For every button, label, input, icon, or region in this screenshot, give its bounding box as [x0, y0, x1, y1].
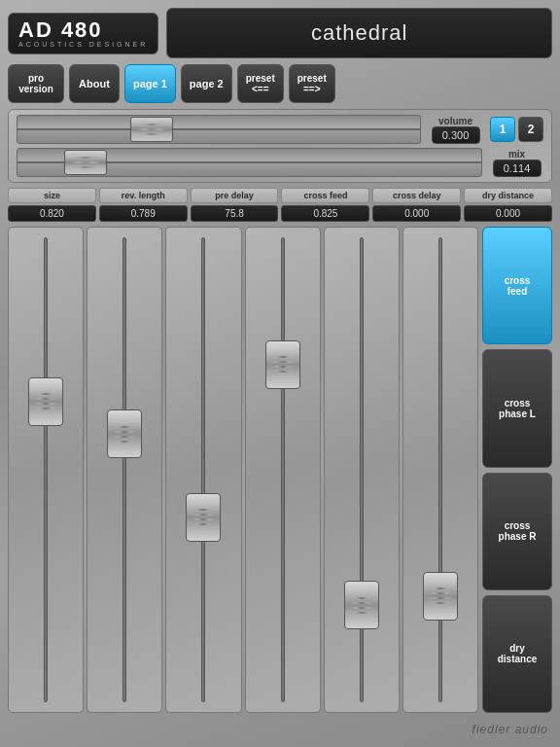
- param-size-label: size: [8, 188, 96, 203]
- fader-dry-distance[interactable]: [402, 227, 478, 713]
- volume-row: volume 0.300 1 2: [17, 115, 543, 144]
- input1-button[interactable]: 1: [490, 117, 515, 142]
- param-pre-delay: pre delay 75.8: [191, 188, 279, 222]
- preset-display: cathedral: [166, 8, 552, 58]
- param-rev-length-value: 0.789: [99, 205, 188, 222]
- param-cross-feed-label: cross feed: [281, 188, 369, 203]
- param-cross-delay-value: 0.000: [372, 205, 461, 222]
- fader-cross-feed-thumb[interactable]: [265, 340, 300, 389]
- mix-row: mix 0.114: [17, 148, 543, 177]
- fader-size-track: [44, 237, 48, 702]
- right-buttons: crossfeed crossphase L crossphase R dryd…: [482, 227, 552, 713]
- param-size-value: 0.820: [8, 205, 96, 222]
- mix-label: mix: [508, 149, 525, 160]
- header: AD 480 ACOUSTICS DESIGNER cathedral: [8, 8, 552, 58]
- fader-size-thumb[interactable]: [28, 377, 63, 426]
- page2-button[interactable]: page 2: [181, 64, 232, 103]
- nav-bar: proversion About page 1 page 2 preset<==…: [8, 63, 552, 104]
- fader-rev-length-track: [122, 237, 126, 702]
- param-pre-delay-label: pre delay: [191, 188, 279, 203]
- app-logo: AD 480 ACOUSTICS DESIGNER: [8, 13, 158, 54]
- param-cross-delay-label: cross delay: [372, 188, 461, 203]
- volume-value: 0.300: [432, 126, 480, 144]
- params-row: size 0.820 rev. length 0.789 pre delay 7…: [8, 188, 552, 222]
- mix-slider[interactable]: [17, 148, 482, 177]
- page1-button[interactable]: page 1: [124, 64, 176, 103]
- cross-feed-button[interactable]: crossfeed: [482, 227, 552, 344]
- param-dry-distance-label: dry distance: [464, 188, 552, 203]
- fader-cross-delay-thumb[interactable]: [344, 581, 379, 629]
- logo-title: AD 480: [18, 19, 103, 41]
- preset-next-button[interactable]: preset==>: [289, 64, 335, 103]
- inputs-group: 1 2: [490, 117, 543, 142]
- mix-value: 0.114: [493, 160, 542, 177]
- footer-text: fiedler audio: [472, 723, 548, 736]
- fader-rev-length[interactable]: [87, 227, 162, 713]
- preset-name: cathedral: [311, 20, 408, 46]
- mix-label-group: mix 0.114: [490, 149, 543, 177]
- param-dry-distance: dry distance 0.000: [464, 188, 552, 222]
- fader-pre-delay-thumb[interactable]: [186, 493, 221, 542]
- faders-main: [8, 227, 478, 713]
- fader-cross-delay-track: [360, 237, 364, 702]
- param-dry-distance-value: 0.000: [464, 205, 552, 222]
- param-pre-delay-value: 75.8: [191, 205, 279, 222]
- sliders-section: volume 0.300 1 2 mix 0.114: [8, 109, 552, 183]
- fader-pre-delay-track: [201, 237, 205, 702]
- param-size: size 0.820: [8, 188, 96, 222]
- volume-label-group: volume 0.300: [429, 116, 482, 144]
- fader-cross-feed[interactable]: [245, 227, 321, 713]
- fader-size[interactable]: [8, 227, 84, 713]
- fader-cross-delay[interactable]: [324, 227, 400, 713]
- volume-slider[interactable]: [17, 115, 421, 144]
- param-cross-delay: cross delay 0.000: [372, 188, 461, 222]
- volume-label: volume: [438, 116, 472, 126]
- fader-pre-delay[interactable]: [165, 227, 241, 713]
- fader-rev-length-thumb[interactable]: [107, 409, 142, 458]
- cross-phase-r-button[interactable]: crossphase R: [482, 473, 552, 590]
- fader-dry-distance-track: [438, 237, 442, 702]
- faders-area: crossfeed crossphase L crossphase R dryd…: [8, 227, 552, 713]
- param-cross-feed: cross feed 0.825: [281, 188, 369, 222]
- mix-thumb[interactable]: [64, 150, 107, 175]
- about-button[interactable]: About: [69, 64, 120, 103]
- param-rev-length: rev. length 0.789: [99, 188, 188, 222]
- fader-cross-feed-track: [281, 237, 285, 702]
- pro-version-button[interactable]: proversion: [8, 64, 64, 103]
- cross-phase-l-button[interactable]: crossphase L: [482, 349, 552, 467]
- logo-subtitle: ACOUSTICS DESIGNER: [18, 41, 148, 48]
- fader-dry-distance-thumb[interactable]: [423, 572, 458, 621]
- footer: fiedler audio: [8, 718, 552, 739]
- preset-prev-button[interactable]: preset<==: [237, 64, 284, 103]
- input2-button[interactable]: 2: [518, 117, 543, 142]
- param-cross-feed-value: 0.825: [281, 205, 369, 222]
- param-rev-length-label: rev. length: [99, 188, 188, 203]
- volume-thumb[interactable]: [130, 117, 173, 142]
- dry-distance-button[interactable]: drydistance: [482, 595, 552, 713]
